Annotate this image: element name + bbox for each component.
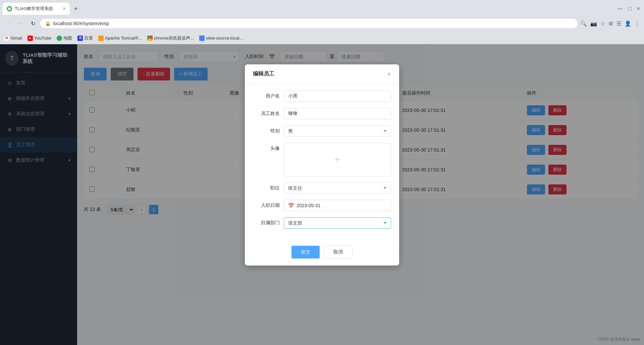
gender-field-select[interactable]: 男 女 (284, 125, 391, 137)
cancel-button[interactable]: 取消 (324, 245, 353, 259)
gender-field-label: 性别 (253, 125, 280, 134)
avatar-label: 头像 (253, 143, 280, 152)
form-row-emp-name: 员工姓名 (253, 108, 391, 119)
bookmark-gmail[interactable]: M Gmail (4, 36, 22, 41)
bookmark-baidu-label: 百度 (84, 35, 93, 41)
url-text: localhost:90/#/system/emp (53, 21, 109, 26)
modal-footer: 提交 取消 (245, 241, 399, 266)
form-row-position: 职位 班主任 讲师 学工主管 教研主管 (253, 182, 391, 194)
bookmark-icon[interactable]: ☆ (600, 20, 605, 27)
minimize-button[interactable]: — (616, 5, 624, 12)
profile-icon[interactable]: 👤 (625, 20, 631, 27)
dept-label: 归属部门 (253, 217, 280, 226)
menu-icon[interactable]: ⋮ (635, 20, 640, 27)
bookmark-chrome[interactable]: chrome浏览器设声... (147, 35, 194, 41)
upload-plus-icon: + (335, 154, 340, 165)
sidebar-toggle-icon[interactable]: ☰ (616, 20, 621, 27)
hire-date-field-label: 入职日期 (253, 200, 280, 209)
bookmark-gmail-label: Gmail (11, 36, 22, 41)
position-label: 职位 (253, 182, 280, 191)
bookmark-youtube-label: YouTube (34, 36, 51, 41)
bookmarks-bar: M Gmail ▶ YouTube 地图 百 百度 Apache Tomcat®… (0, 32, 644, 44)
new-tab-button[interactable]: + (71, 4, 80, 13)
bookmark-tomcat[interactable]: Apache Tomcat®... (98, 36, 142, 41)
position-select[interactable]: 班主任 讲师 学工主管 教研主管 (284, 182, 391, 194)
bookmark-tomcat-label: Apache Tomcat®... (105, 36, 142, 41)
avatar-upload-box[interactable]: + (284, 143, 391, 176)
url-bar[interactable]: 🔒 localhost:90/#/system/emp (40, 19, 578, 28)
extensions-icon[interactable]: ⚙ (608, 20, 613, 27)
emp-name-input[interactable] (284, 108, 391, 119)
window-controls: — □ × (616, 5, 641, 12)
form-row-avatar: 头像 + (253, 143, 391, 176)
form-row-hire-date: 入职日期 📅 2023-05-31 (253, 200, 391, 211)
bookmark-youtube[interactable]: ▶ YouTube (28, 36, 51, 41)
form-row-username: 用户名 document.currentScript.previousEleme… (253, 91, 391, 102)
refresh-button[interactable]: ↻ (28, 19, 38, 28)
bookmark-baidu[interactable]: 百 百度 (77, 35, 93, 41)
bookmark-maps[interactable]: 地图 (57, 35, 72, 41)
modal-title: 编辑员工 (253, 70, 274, 77)
modal-close-button[interactable]: × (387, 71, 391, 77)
modal-header: 编辑员工 × (245, 64, 399, 84)
hire-date-value: 2023-05-31 (297, 203, 321, 208)
screenshot-icon[interactable]: 📷 (590, 20, 597, 27)
hire-date-calendar-icon: 📅 (288, 203, 294, 208)
modal-body: 用户名 document.currentScript.previousEleme… (245, 84, 399, 241)
emp-name-label: 员工姓名 (253, 108, 280, 117)
modal-overlay: 编辑员工 × 用户名 document.currentScript.previo… (0, 44, 644, 345)
form-row-gender: 性别 男 女 (253, 125, 391, 137)
submit-button[interactable]: 提交 (291, 246, 320, 258)
close-window-button[interactable]: × (636, 5, 641, 12)
username-label: 用户名 (253, 91, 280, 99)
forward-button[interactable]: → (16, 19, 25, 28)
maximize-button[interactable]: □ (627, 5, 633, 12)
browser-toolbar: 🔍 📷 ☆ ⚙ ☰ 👤 ⋮ (580, 20, 640, 27)
form-row-dept: 归属部门 语文部 数学部 英语部 (253, 217, 391, 229)
bookmark-view-source-label: view-source:local... (206, 36, 243, 41)
tab-title: TLIAS教学管理系统 (15, 6, 60, 12)
tab-close-button[interactable]: × (63, 6, 66, 12)
hire-date-field[interactable]: 📅 2023-05-31 (284, 200, 391, 211)
search-icon[interactable]: 🔍 (580, 20, 587, 27)
bookmark-maps-label: 地图 (63, 35, 72, 41)
bookmark-view-source[interactable]: view-source:local... (199, 36, 243, 41)
address-bar: ← → ↻ 🔒 localhost:90/#/system/emp 🔍 📷 ☆ … (0, 15, 644, 32)
back-button[interactable]: ← (4, 19, 13, 28)
username-input[interactable] (284, 91, 391, 102)
edit-employee-modal: 编辑员工 × 用户名 document.currentScript.previo… (245, 64, 399, 266)
secure-icon: 🔒 (45, 21, 51, 26)
bookmark-chrome-label: chrome浏览器设声... (154, 35, 194, 41)
tab-favicon (7, 6, 12, 11)
browser-tab[interactable]: TLIAS教学管理系统 × (3, 3, 70, 15)
dept-select[interactable]: 语文部 数学部 英语部 (284, 217, 391, 229)
